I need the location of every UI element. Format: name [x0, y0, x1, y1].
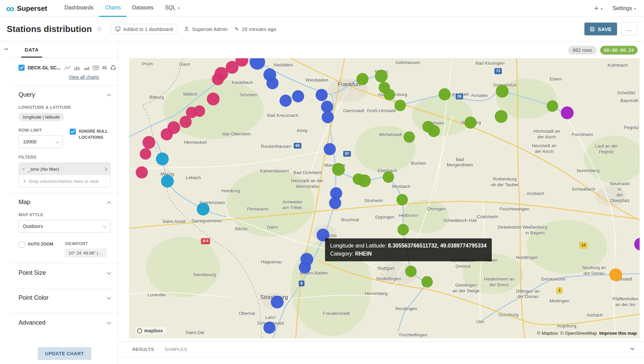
scatter-point[interactable] [161, 175, 174, 188]
scatter-point[interactable] [156, 153, 169, 165]
row-limit-select[interactable]: 10000 [19, 135, 63, 148]
nav-dashboards[interactable]: Dashboards [59, 0, 99, 17]
scatter-point[interactable] [496, 85, 509, 98]
scatter-point[interactable] [140, 148, 151, 160]
scatter-point[interactable] [356, 73, 368, 85]
viz-type-checkbox[interactable] [19, 65, 25, 71]
filter-expand[interactable] [104, 167, 107, 172]
more-options-button[interactable]: … [621, 22, 637, 36]
viz-type-icons: 4k [64, 65, 117, 71]
row-limit-col: ROW LIMIT 10000 [19, 121, 63, 148]
new-item-button[interactable]: + [594, 5, 602, 12]
scatter-point[interactable] [250, 58, 265, 70]
scatter-point[interactable] [353, 173, 364, 185]
last-modified-label: 29 minutes ago [242, 26, 277, 32]
tab-results[interactable]: RESULTS [132, 347, 154, 352]
map-canvas[interactable]: PrümDaunNastättenGelnhausenBad Kissingen… [129, 58, 640, 338]
viewport-value[interactable]: 10° 24' 49.86" | ... [65, 249, 106, 258]
line-chart-icon[interactable] [64, 65, 71, 70]
scatter-point[interactable] [329, 197, 341, 209]
scatter-point[interactable] [299, 261, 311, 273]
tab-data[interactable]: DATA [21, 47, 42, 58]
improve-map-link[interactable]: Improve this map [599, 331, 637, 336]
scatter-point[interactable] [609, 268, 622, 281]
section-point-size[interactable]: Point Size [19, 263, 110, 283]
scatter-point[interactable] [396, 194, 408, 205]
scatter-point[interactable] [271, 296, 284, 308]
scatter-point[interactable] [404, 131, 415, 143]
scatter-point[interactable] [495, 110, 508, 123]
section-point-color[interactable]: Point Color [19, 288, 110, 307]
lonlat-pill[interactable]: longitude | latitude [19, 113, 64, 121]
scatter-point[interactable] [421, 276, 433, 288]
ignore-null-checkbox[interactable] [70, 129, 76, 135]
update-chart-button[interactable]: UPDATE CHART [38, 347, 91, 360]
collapse-results-button[interactable] [631, 346, 634, 352]
nav-sql[interactable]: SQL [159, 0, 186, 17]
row-count-badge: 662 rows [568, 46, 597, 55]
scatter-point[interactable] [292, 90, 304, 102]
scatter-point[interactable] [384, 89, 395, 100]
scatter-point[interactable] [634, 238, 640, 251]
big-number-icon[interactable]: 4k [102, 65, 107, 70]
map-style-select[interactable]: Outdoors [19, 220, 110, 233]
last-modified[interactable]: 29 minutes ago [234, 26, 276, 32]
scatter-point[interactable] [142, 136, 155, 149]
scatter-point[interactable] [180, 116, 192, 128]
scatter-point[interactable] [561, 106, 574, 119]
tab-samples[interactable]: SAMPLES [165, 347, 187, 352]
row-limit-value: 10000 [23, 139, 36, 144]
favorite-star-icon[interactable] [96, 25, 103, 33]
nav-charts[interactable]: Charts [99, 0, 126, 17]
remove-filter-icon[interactable] [22, 166, 25, 172]
scatter-point[interactable] [439, 88, 451, 100]
dashboard-count-chip[interactable]: Added to 1 dashboard [111, 24, 178, 34]
view-all-charts-link[interactable]: View all charts [69, 74, 99, 80]
table-icon[interactable] [93, 65, 99, 70]
section-map-header[interactable]: Map [19, 199, 110, 206]
scatter-point[interactable] [464, 117, 477, 129]
chart-owner: Superset Admin [184, 26, 228, 32]
osm-attribution-link[interactable]: © OpenStreetMap [560, 331, 597, 336]
scatter-point[interactable] [397, 224, 409, 235]
scatter-point[interactable] [316, 89, 328, 101]
scatter-point[interactable] [332, 163, 345, 176]
scatter-point[interactable] [263, 322, 276, 334]
section-advanced[interactable]: Advanced [19, 313, 110, 332]
tooltip-category-label: Category: [330, 251, 355, 257]
section-query-header[interactable]: Query [19, 91, 110, 98]
dashboard-chip-label: Added to 1 dashboard [123, 26, 173, 32]
scatter-point[interactable] [324, 143, 336, 155]
scatter-point[interactable] [375, 70, 388, 82]
brand-link[interactable]: Superset [6, 3, 47, 14]
bar-chart-icon[interactable] [74, 65, 80, 70]
area-chart-icon[interactable] [83, 65, 90, 70]
add-filter-dropzone[interactable]: Drop columns/metrics here or click [19, 175, 110, 187]
scatter-point[interactable] [405, 266, 417, 277]
scatter-point[interactable] [394, 100, 406, 111]
scatter-point[interactable] [212, 73, 224, 85]
content: DATA DECK.GL SC... 4k View all charts [0, 41, 644, 364]
mapbox-attribution-link[interactable]: © Mapbox [537, 331, 558, 336]
scatter-point[interactable] [207, 93, 220, 105]
scatter-point[interactable] [280, 95, 292, 107]
nav-sql-label: SQL [165, 5, 176, 11]
scatter-point[interactable] [266, 77, 279, 89]
pie-chart-icon[interactable] [110, 65, 116, 71]
scatter-point[interactable] [322, 111, 334, 123]
scatter-point[interactable] [422, 121, 434, 132]
scatter-point[interactable] [547, 100, 558, 112]
save-button[interactable]: SAVE [584, 23, 617, 35]
auto-zoom-checkbox[interactable] [19, 241, 25, 247]
scatter-point[interactable] [161, 128, 173, 140]
scatter-point[interactable] [197, 203, 210, 216]
settings-menu[interactable]: Settings [613, 5, 636, 11]
scatter-point[interactable] [136, 166, 148, 178]
chart-meta: Added to 1 dashboard Superset Admin 29 m… [111, 24, 277, 34]
filter-item[interactable]: _time (No filter) [19, 163, 110, 175]
mapbox-logo[interactable]: mapbox [135, 327, 167, 334]
scatter-point[interactable] [383, 171, 394, 183]
person-icon [184, 26, 189, 32]
nav-datasets[interactable]: Datasets [127, 0, 159, 17]
expand-panel-icon[interactable] [3, 46, 8, 52]
